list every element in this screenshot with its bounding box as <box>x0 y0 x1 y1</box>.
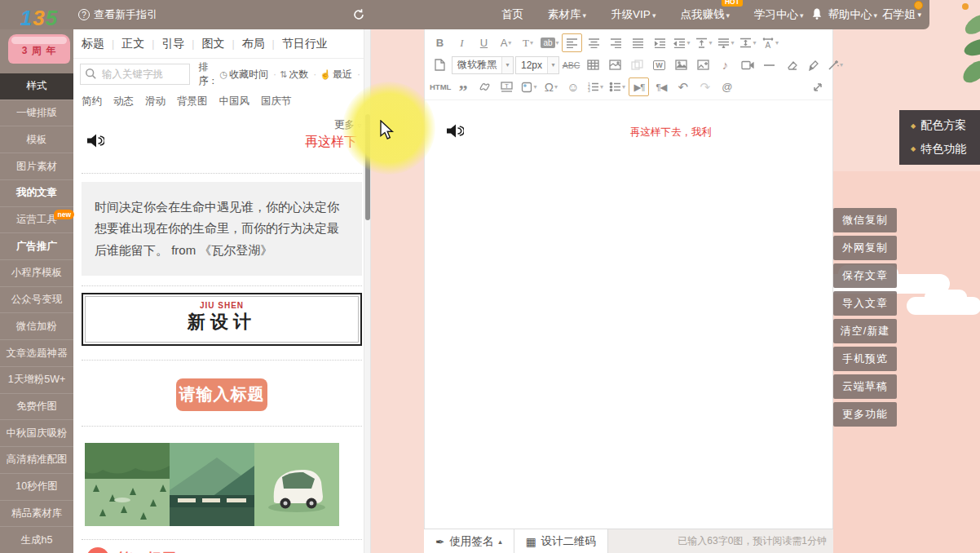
action-button[interactable]: 更多功能 <box>833 402 897 427</box>
sidebar-item[interactable]: 10秒作图 <box>0 473 73 500</box>
sidebar-item[interactable]: 一键排版 <box>0 100 73 126</box>
template-item-audio[interactable]: 再这样下 <box>82 122 362 161</box>
tag-filter[interactable]: 中国风 <box>219 95 250 108</box>
underline-button[interactable]: U <box>474 33 494 52</box>
feature-menu-item[interactable]: ◆ 特色功能 <box>899 142 980 157</box>
tag-filter[interactable]: 背景图 <box>177 95 208 108</box>
nav-item[interactable]: 升级VIP▾ <box>611 7 656 22</box>
sidebar-item[interactable]: 样式 <box>0 73 73 100</box>
sidebar-item[interactable]: 文章选题神器 <box>0 339 73 366</box>
format-brush-button[interactable] <box>803 55 823 74</box>
align-right-button[interactable] <box>606 33 626 52</box>
sidebar-item[interactable]: 模板 <box>0 126 73 153</box>
table-image-button[interactable] <box>605 55 625 74</box>
action-button[interactable]: 外网复制 <box>833 236 897 260</box>
template-item-images[interactable] <box>85 443 362 526</box>
blockquote-button[interactable]: ” <box>452 77 473 96</box>
sidebar-item[interactable]: 图片素材 <box>0 153 73 179</box>
signature-button[interactable]: ✒ 使用签名 ▴ <box>424 529 514 553</box>
editor-text[interactable]: 再这样下去，我利 <box>630 126 712 139</box>
page-border-button[interactable]: ▾ <box>519 77 539 96</box>
insert-video-button[interactable] <box>737 55 757 74</box>
sidebar-item[interactable]: 运营工具 new <box>0 206 73 233</box>
unordered-list-button[interactable]: ▾ <box>607 77 627 96</box>
app-logo[interactable]: 135 3 周 年 <box>5 2 73 73</box>
redo-button[interactable]: ↷ <box>695 77 715 96</box>
nav-item[interactable]: 点我赚钱▾ HOT <box>680 7 730 22</box>
template-item-title-button[interactable]: 请输入标题 <box>176 378 267 411</box>
font-size-select[interactable]: 12px▾ <box>515 56 559 74</box>
tag-filter[interactable]: 国庆节 <box>261 95 292 108</box>
template-item-numbered-heading[interactable]: 1 第一标题 <box>82 547 362 553</box>
link-button[interactable] <box>475 77 495 96</box>
sidebar-item[interactable]: 生成h5 <box>0 526 73 553</box>
feature-menu-item[interactable]: ◆ 配色方案 <box>899 118 980 133</box>
paragraph-ltr-button[interactable]: ▶¶ <box>629 77 649 96</box>
indent-increase-button[interactable] <box>650 33 670 52</box>
template-tab[interactable]: 正文 <box>121 37 161 51</box>
action-button[interactable]: 保存文章 <box>833 263 897 288</box>
bold-button[interactable]: B <box>430 33 450 52</box>
line-height-button[interactable]: ▾ <box>716 33 736 52</box>
insert-music-button[interactable]: ♪ <box>715 55 735 74</box>
action-button[interactable]: 云端草稿 <box>833 374 897 399</box>
new-document-button[interactable] <box>430 55 450 74</box>
sidebar-item[interactable]: 高清精准配图 <box>0 446 73 473</box>
template-item-design-frame[interactable]: JIU SHEN 新设计 <box>82 293 362 346</box>
action-button[interactable]: 清空/新建 <box>833 319 897 343</box>
template-tab[interactable]: 引导 <box>161 37 201 51</box>
text-over-image-button[interactable]: T <box>497 77 517 96</box>
mention-button[interactable]: @ <box>717 77 737 96</box>
align-justify-button[interactable] <box>628 33 648 52</box>
sidebar-item[interactable]: 免费作图 <box>0 393 73 420</box>
word-import-button[interactable]: W <box>649 55 669 74</box>
text-style-button[interactable]: T▾ <box>518 33 538 52</box>
sidebar-item[interactable]: 1天增粉5W+ <box>0 366 73 393</box>
fullscreen-button[interactable] <box>807 77 828 96</box>
table-button[interactable] <box>583 55 603 74</box>
horizontal-rule-button[interactable] <box>759 55 779 74</box>
insert-image-button[interactable] <box>671 55 691 74</box>
qrcode-button[interactable]: ▦ 设计二维码 <box>514 529 608 553</box>
undo-button[interactable]: ↶ <box>673 77 693 96</box>
indent-decrease-button[interactable]: ▾ <box>672 33 692 52</box>
nav-item[interactable]: 帮助中心▾ <box>828 7 877 22</box>
template-item-quote[interactable]: 时间决定你会在生命中遇见谁，你的心决定你想要谁出现在你的生命里，而你的行为决定最… <box>82 182 362 276</box>
tag-filter[interactable]: 动态 <box>113 95 134 108</box>
sidebar-item[interactable]: 我的文章 <box>0 179 73 206</box>
action-button[interactable]: 手机预览 <box>833 347 897 371</box>
sort-option[interactable]: ☝ 最近 <box>320 68 364 82</box>
sidebar-item[interactable]: 广告推广 <box>0 232 73 259</box>
align-center-button[interactable] <box>584 33 604 52</box>
emoji-button[interactable]: ☺ <box>563 77 583 96</box>
refresh-icon[interactable] <box>352 8 365 24</box>
sort-option[interactable]: ⇅ 次数 <box>280 68 320 82</box>
image-library-button[interactable] <box>693 55 713 74</box>
strikethrough-button[interactable]: ABC <box>561 55 581 74</box>
editor-canvas[interactable]: 再这样下去，我利 <box>425 100 832 529</box>
tag-filter[interactable]: 滑动 <box>145 95 166 108</box>
sidebar-item[interactable]: 微信加粉 <box>0 312 73 339</box>
notification-bell-icon[interactable] <box>810 7 823 24</box>
template-tab[interactable]: 图文 <box>201 37 241 51</box>
user-menu[interactable]: 石学姐 ▾ <box>882 7 921 22</box>
layered-images-button[interactable] <box>627 55 647 74</box>
font-family-select[interactable]: 微软雅黑▾ <box>452 56 514 74</box>
tag-filter[interactable]: 简约 <box>82 95 102 108</box>
paragraph-rtl-button[interactable]: ¶◀ <box>651 77 671 96</box>
sidebar-item[interactable]: 小程序模板 <box>0 259 73 286</box>
align-left-button[interactable] <box>562 33 582 52</box>
highlight-button[interactable]: ab▾ <box>540 33 560 52</box>
nav-item[interactable]: 素材库▾ <box>548 7 586 22</box>
sidebar-item[interactable]: 中秋国庆吸粉 <box>0 419 73 446</box>
beginner-guide-link[interactable]: ? 查看新手指引 <box>78 7 157 22</box>
special-character-button[interactable]: Ω▾ <box>541 77 561 96</box>
sidebar-item[interactable]: 精品素材库 <box>0 500 73 527</box>
speaker-icon[interactable] <box>446 123 464 142</box>
font-color-button[interactable]: A▾ <box>496 33 516 52</box>
template-tab[interactable]: 节日行业 <box>282 37 328 51</box>
template-tab[interactable]: 布局 <box>242 37 282 51</box>
nav-item[interactable]: 首页▾ <box>501 7 523 22</box>
ordered-list-button[interactable]: 123▾ <box>585 77 605 96</box>
sort-option[interactable]: ◷ 收藏时间 <box>219 68 280 82</box>
